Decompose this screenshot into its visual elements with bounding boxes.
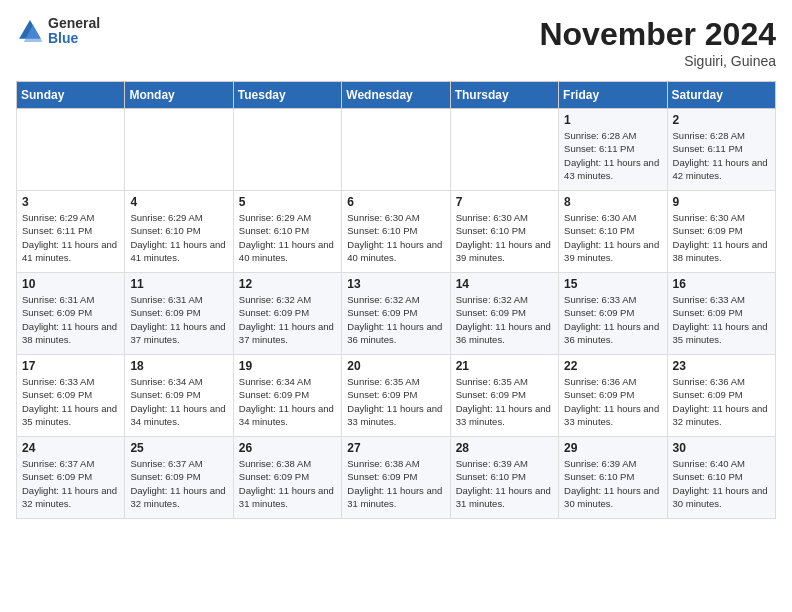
- day-info: Sunrise: 6:34 AMSunset: 6:09 PMDaylight:…: [130, 375, 227, 428]
- title-block: November 2024 Siguiri, Guinea: [539, 16, 776, 69]
- day-info: Sunrise: 6:38 AMSunset: 6:09 PMDaylight:…: [347, 457, 444, 510]
- calendar-cell: 26Sunrise: 6:38 AMSunset: 6:09 PMDayligh…: [233, 437, 341, 519]
- day-info: Sunrise: 6:32 AMSunset: 6:09 PMDaylight:…: [456, 293, 553, 346]
- calendar-cell: 11Sunrise: 6:31 AMSunset: 6:09 PMDayligh…: [125, 273, 233, 355]
- day-info: Sunrise: 6:35 AMSunset: 6:09 PMDaylight:…: [347, 375, 444, 428]
- day-number: 23: [673, 359, 770, 373]
- day-info: Sunrise: 6:32 AMSunset: 6:09 PMDaylight:…: [239, 293, 336, 346]
- calendar-cell: [450, 109, 558, 191]
- calendar-cell: 18Sunrise: 6:34 AMSunset: 6:09 PMDayligh…: [125, 355, 233, 437]
- day-info: Sunrise: 6:28 AMSunset: 6:11 PMDaylight:…: [564, 129, 661, 182]
- day-number: 9: [673, 195, 770, 209]
- day-info: Sunrise: 6:29 AMSunset: 6:11 PMDaylight:…: [22, 211, 119, 264]
- day-number: 26: [239, 441, 336, 455]
- calendar-cell: 13Sunrise: 6:32 AMSunset: 6:09 PMDayligh…: [342, 273, 450, 355]
- day-info: Sunrise: 6:34 AMSunset: 6:09 PMDaylight:…: [239, 375, 336, 428]
- calendar-cell: 19Sunrise: 6:34 AMSunset: 6:09 PMDayligh…: [233, 355, 341, 437]
- calendar-cell: 1Sunrise: 6:28 AMSunset: 6:11 PMDaylight…: [559, 109, 667, 191]
- calendar-cell: 2Sunrise: 6:28 AMSunset: 6:11 PMDaylight…: [667, 109, 775, 191]
- calendar-cell: 28Sunrise: 6:39 AMSunset: 6:10 PMDayligh…: [450, 437, 558, 519]
- calendar-cell: [17, 109, 125, 191]
- day-number: 14: [456, 277, 553, 291]
- calendar-cell: 12Sunrise: 6:32 AMSunset: 6:09 PMDayligh…: [233, 273, 341, 355]
- day-info: Sunrise: 6:31 AMSunset: 6:09 PMDaylight:…: [22, 293, 119, 346]
- day-number: 2: [673, 113, 770, 127]
- calendar-week-row: 1Sunrise: 6:28 AMSunset: 6:11 PMDaylight…: [17, 109, 776, 191]
- day-info: Sunrise: 6:36 AMSunset: 6:09 PMDaylight:…: [673, 375, 770, 428]
- weekday-header-friday: Friday: [559, 82, 667, 109]
- day-number: 12: [239, 277, 336, 291]
- day-info: Sunrise: 6:30 AMSunset: 6:10 PMDaylight:…: [456, 211, 553, 264]
- day-number: 1: [564, 113, 661, 127]
- calendar-table: SundayMondayTuesdayWednesdayThursdayFrid…: [16, 81, 776, 519]
- location: Siguiri, Guinea: [539, 53, 776, 69]
- weekday-header-sunday: Sunday: [17, 82, 125, 109]
- day-info: Sunrise: 6:30 AMSunset: 6:10 PMDaylight:…: [564, 211, 661, 264]
- month-title: November 2024: [539, 16, 776, 53]
- calendar-week-row: 10Sunrise: 6:31 AMSunset: 6:09 PMDayligh…: [17, 273, 776, 355]
- calendar-week-row: 24Sunrise: 6:37 AMSunset: 6:09 PMDayligh…: [17, 437, 776, 519]
- weekday-header-monday: Monday: [125, 82, 233, 109]
- day-number: 30: [673, 441, 770, 455]
- day-info: Sunrise: 6:36 AMSunset: 6:09 PMDaylight:…: [564, 375, 661, 428]
- calendar-cell: 30Sunrise: 6:40 AMSunset: 6:10 PMDayligh…: [667, 437, 775, 519]
- day-number: 18: [130, 359, 227, 373]
- day-number: 25: [130, 441, 227, 455]
- day-number: 7: [456, 195, 553, 209]
- calendar-cell: [125, 109, 233, 191]
- day-number: 11: [130, 277, 227, 291]
- day-number: 19: [239, 359, 336, 373]
- day-number: 28: [456, 441, 553, 455]
- day-info: Sunrise: 6:35 AMSunset: 6:09 PMDaylight:…: [456, 375, 553, 428]
- day-info: Sunrise: 6:38 AMSunset: 6:09 PMDaylight:…: [239, 457, 336, 510]
- day-number: 20: [347, 359, 444, 373]
- calendar-cell: 29Sunrise: 6:39 AMSunset: 6:10 PMDayligh…: [559, 437, 667, 519]
- calendar-cell: 5Sunrise: 6:29 AMSunset: 6:10 PMDaylight…: [233, 191, 341, 273]
- logo: General Blue: [16, 16, 100, 47]
- weekday-header-thursday: Thursday: [450, 82, 558, 109]
- day-number: 15: [564, 277, 661, 291]
- day-info: Sunrise: 6:28 AMSunset: 6:11 PMDaylight:…: [673, 129, 770, 182]
- day-number: 4: [130, 195, 227, 209]
- calendar-cell: 10Sunrise: 6:31 AMSunset: 6:09 PMDayligh…: [17, 273, 125, 355]
- calendar-cell: 14Sunrise: 6:32 AMSunset: 6:09 PMDayligh…: [450, 273, 558, 355]
- calendar-week-row: 3Sunrise: 6:29 AMSunset: 6:11 PMDaylight…: [17, 191, 776, 273]
- day-info: Sunrise: 6:31 AMSunset: 6:09 PMDaylight:…: [130, 293, 227, 346]
- day-number: 29: [564, 441, 661, 455]
- logo-text: General Blue: [48, 16, 100, 47]
- day-info: Sunrise: 6:39 AMSunset: 6:10 PMDaylight:…: [456, 457, 553, 510]
- day-number: 22: [564, 359, 661, 373]
- day-info: Sunrise: 6:33 AMSunset: 6:09 PMDaylight:…: [564, 293, 661, 346]
- day-info: Sunrise: 6:29 AMSunset: 6:10 PMDaylight:…: [239, 211, 336, 264]
- logo-general-text: General: [48, 16, 100, 31]
- day-number: 16: [673, 277, 770, 291]
- day-number: 6: [347, 195, 444, 209]
- day-number: 27: [347, 441, 444, 455]
- calendar-cell: 23Sunrise: 6:36 AMSunset: 6:09 PMDayligh…: [667, 355, 775, 437]
- day-number: 13: [347, 277, 444, 291]
- calendar-cell: 8Sunrise: 6:30 AMSunset: 6:10 PMDaylight…: [559, 191, 667, 273]
- day-info: Sunrise: 6:29 AMSunset: 6:10 PMDaylight:…: [130, 211, 227, 264]
- calendar-cell: 17Sunrise: 6:33 AMSunset: 6:09 PMDayligh…: [17, 355, 125, 437]
- day-info: Sunrise: 6:30 AMSunset: 6:09 PMDaylight:…: [673, 211, 770, 264]
- day-info: Sunrise: 6:37 AMSunset: 6:09 PMDaylight:…: [130, 457, 227, 510]
- weekday-header-tuesday: Tuesday: [233, 82, 341, 109]
- day-info: Sunrise: 6:39 AMSunset: 6:10 PMDaylight:…: [564, 457, 661, 510]
- day-info: Sunrise: 6:30 AMSunset: 6:10 PMDaylight:…: [347, 211, 444, 264]
- day-number: 24: [22, 441, 119, 455]
- day-info: Sunrise: 6:37 AMSunset: 6:09 PMDaylight:…: [22, 457, 119, 510]
- day-number: 3: [22, 195, 119, 209]
- calendar-week-row: 17Sunrise: 6:33 AMSunset: 6:09 PMDayligh…: [17, 355, 776, 437]
- calendar-cell: 3Sunrise: 6:29 AMSunset: 6:11 PMDaylight…: [17, 191, 125, 273]
- calendar-cell: 21Sunrise: 6:35 AMSunset: 6:09 PMDayligh…: [450, 355, 558, 437]
- day-number: 21: [456, 359, 553, 373]
- day-info: Sunrise: 6:33 AMSunset: 6:09 PMDaylight:…: [22, 375, 119, 428]
- calendar-cell: 7Sunrise: 6:30 AMSunset: 6:10 PMDaylight…: [450, 191, 558, 273]
- calendar-cell: 16Sunrise: 6:33 AMSunset: 6:09 PMDayligh…: [667, 273, 775, 355]
- weekday-header-wednesday: Wednesday: [342, 82, 450, 109]
- day-number: 10: [22, 277, 119, 291]
- calendar-cell: 9Sunrise: 6:30 AMSunset: 6:09 PMDaylight…: [667, 191, 775, 273]
- day-info: Sunrise: 6:33 AMSunset: 6:09 PMDaylight:…: [673, 293, 770, 346]
- logo-icon: [16, 17, 44, 45]
- day-info: Sunrise: 6:40 AMSunset: 6:10 PMDaylight:…: [673, 457, 770, 510]
